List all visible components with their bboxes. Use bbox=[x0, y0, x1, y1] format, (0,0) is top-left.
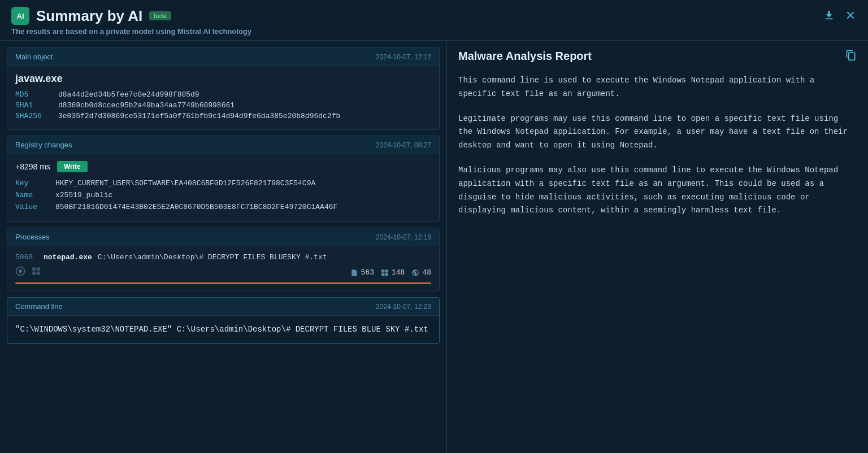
hash-row-sha256: SHA256 3e035f2d7d30869ce53171ef5a0f761bf… bbox=[15, 112, 431, 120]
header-left: AI Summary by AI beta The results are ba… bbox=[11, 7, 251, 36]
stat-network: 48 bbox=[411, 268, 431, 277]
report-paragraph-3: Malicious programs may also use this com… bbox=[458, 164, 857, 217]
process-row: 5068 notepad.exe C:\Users\admin\Desktop\… bbox=[15, 253, 431, 262]
download-icon bbox=[823, 9, 835, 21]
registry-changes-card: Registry changes 2024-10-07, 08:27 +8298… bbox=[7, 136, 440, 222]
header-actions bbox=[823, 7, 857, 21]
sha1-label: SHA1 bbox=[15, 101, 49, 110]
name-value: x25519_public bbox=[55, 191, 112, 199]
svg-rect-6 bbox=[381, 269, 384, 272]
processes-body: 5068 notepad.exe C:\Users\admin\Desktop\… bbox=[7, 246, 439, 291]
main-object-card: Main object 2024-10-07, 12:12 javaw.exe … bbox=[7, 47, 440, 130]
md5-label: MD5 bbox=[15, 90, 49, 99]
registry-name-row: Name x25519_public bbox=[15, 191, 431, 199]
svg-rect-2 bbox=[32, 267, 36, 271]
command-line-header: Command line 2024-10-07, 12:23 bbox=[7, 298, 439, 316]
main-object-title: Main object bbox=[15, 53, 53, 61]
svg-rect-3 bbox=[37, 267, 40, 271]
stat-files: 563 bbox=[350, 268, 374, 277]
command-line-card: Command line 2024-10-07, 12:23 "C:\WINDO… bbox=[7, 297, 440, 344]
command-line-title: Command line bbox=[15, 302, 63, 311]
process-args: C:\Users\admin\Desktop\# DECRYPT FILES B… bbox=[98, 253, 327, 262]
svg-rect-5 bbox=[37, 272, 40, 275]
key-label: Key bbox=[15, 179, 46, 188]
svg-rect-9 bbox=[385, 273, 388, 276]
process-stats: 563 148 bbox=[350, 268, 431, 277]
value-value: 850BF21816D01474E43B02E5E2A0C8670D5B503E… bbox=[55, 203, 337, 211]
registry-value-row: Value 850BF21816D01474E43B02E5E2A0C8670D… bbox=[15, 203, 431, 211]
stat-registry-value: 148 bbox=[392, 268, 405, 277]
registry-timestamp: 2024-10-07, 08:27 bbox=[376, 141, 431, 149]
processes-timestamp: 2024-10-07, 12:18 bbox=[376, 233, 431, 241]
stat-registry: 148 bbox=[381, 268, 405, 277]
value-label: Value bbox=[15, 203, 46, 211]
process-icon-2 bbox=[31, 266, 41, 279]
write-badge: Write bbox=[57, 161, 88, 172]
ai-icon: AI bbox=[11, 7, 29, 25]
header: AI Summary by AI beta The results are ba… bbox=[0, 0, 868, 41]
processes-card: Processes 2024-10-07, 12:18 5068 notepad… bbox=[7, 228, 440, 291]
stat-files-value: 563 bbox=[361, 268, 374, 277]
right-panel: Malware Analysis Report This command lin… bbox=[446, 41, 868, 453]
close-icon bbox=[844, 9, 857, 21]
svg-rect-4 bbox=[32, 272, 36, 275]
registry-title: Registry changes bbox=[15, 141, 72, 149]
file-icon bbox=[350, 269, 358, 277]
app-container: AI Summary by AI beta The results are ba… bbox=[0, 0, 868, 453]
report-title: Malware Analysis Report bbox=[458, 50, 592, 63]
sha256-label: SHA256 bbox=[15, 112, 49, 120]
processes-header: Processes 2024-10-07, 12:18 bbox=[7, 228, 439, 246]
command-line-timestamp: 2024-10-07, 12:23 bbox=[376, 303, 431, 311]
copy-report-button[interactable] bbox=[845, 50, 857, 61]
svg-rect-7 bbox=[385, 269, 388, 272]
md5-value: d8a44d2ed34b5fee7c8e24d998f805d9 bbox=[58, 90, 199, 99]
stat-network-value: 48 bbox=[422, 268, 431, 277]
copy-icon bbox=[845, 50, 857, 61]
command-line-text: "C:\WINDOWS\system32\NOTEPAD.EXE" C:\Use… bbox=[7, 316, 439, 343]
left-panel: Main object 2024-10-07, 12:12 javaw.exe … bbox=[0, 41, 446, 453]
process-pid: 5068 bbox=[15, 253, 38, 262]
main-object-body: javaw.exe MD5 d8a44d2ed34b5fee7c8e24d998… bbox=[7, 66, 439, 129]
report-paragraph-1: This command line is used to execute the… bbox=[458, 74, 857, 101]
timing-value: +8298 ms bbox=[15, 162, 50, 171]
network-icon bbox=[411, 269, 419, 277]
registry-timing-row: +8298 ms Write bbox=[15, 161, 431, 172]
close-button[interactable] bbox=[844, 9, 857, 21]
beta-badge: beta bbox=[149, 11, 171, 20]
hash-row-sha1: SHA1 d8369cb0d8ccec95b2a49ba34aa7749b609… bbox=[15, 101, 431, 110]
name-label: Name bbox=[15, 191, 46, 199]
header-subtitle: The results are based on a private model… bbox=[11, 27, 251, 36]
processes-title: Processes bbox=[15, 233, 50, 241]
main-object-header: Main object 2024-10-07, 12:12 bbox=[7, 48, 439, 66]
process-name: notepad.exe bbox=[44, 253, 92, 262]
registry-body: +8298 ms Write Key HKEY_CURRENT_USER\SOF… bbox=[7, 154, 439, 221]
process-left-icons bbox=[15, 266, 41, 279]
process-progress-bar bbox=[15, 282, 431, 284]
registry-key-row: Key HKEY_CURRENT_USER\SOFTWARE\EA408C6BF… bbox=[15, 179, 431, 188]
sha256-value: 3e035f2d7d30869ce53171ef5a0f761bfb9c14d9… bbox=[58, 112, 340, 120]
main-content: Main object 2024-10-07, 12:12 javaw.exe … bbox=[0, 41, 868, 453]
process-icons-row: 563 148 bbox=[15, 266, 431, 279]
report-header: Malware Analysis Report bbox=[458, 50, 857, 63]
filename: javaw.exe bbox=[15, 73, 431, 85]
svg-rect-8 bbox=[381, 273, 384, 276]
svg-point-1 bbox=[19, 269, 22, 273]
main-object-timestamp: 2024-10-07, 12:12 bbox=[376, 53, 431, 61]
registry-header: Registry changes 2024-10-07, 08:27 bbox=[7, 136, 439, 154]
header-title-row: AI Summary by AI beta bbox=[11, 7, 251, 25]
report-body: This command line is used to execute the… bbox=[458, 74, 857, 217]
report-paragraph-2: Legitimate programs may use this command… bbox=[458, 112, 857, 153]
hash-row-md5: MD5 d8a44d2ed34b5fee7c8e24d998f805d9 bbox=[15, 90, 431, 99]
process-icon-1 bbox=[15, 266, 25, 279]
registry-icon bbox=[381, 269, 389, 277]
app-title: Summary by AI bbox=[36, 7, 142, 25]
key-value: HKEY_CURRENT_USER\SOFTWARE\EA408C6BF0D12… bbox=[55, 179, 315, 188]
sha1-value: d8369cb0d8ccec95b2a49ba34aa7749b60998661 bbox=[58, 101, 235, 110]
download-button[interactable] bbox=[823, 9, 835, 21]
